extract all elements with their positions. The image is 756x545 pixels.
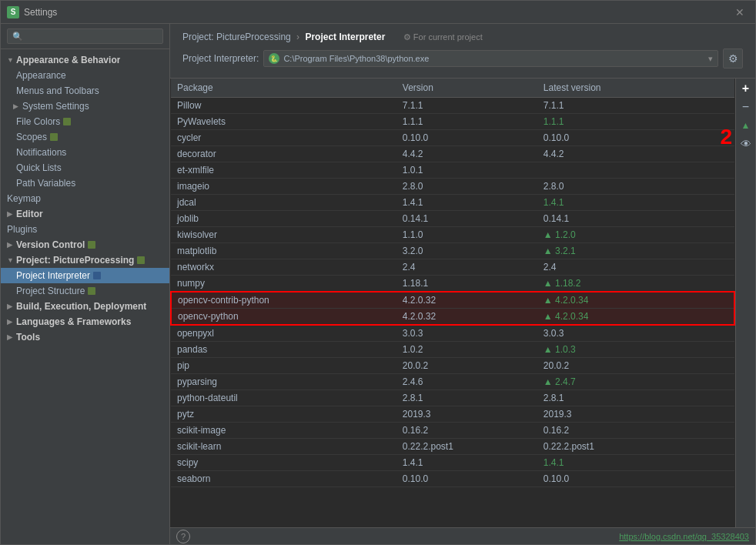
table-row[interactable]: opencv-python4.2.0.32▲ 4.2.0.34 (171, 309, 734, 326)
sidebar-item-project-interpreter[interactable]: Project Interpreter (1, 268, 169, 283)
add-package-button[interactable]: + (738, 80, 754, 97)
sidebar-item-build-exec-deploy[interactable]: ▶ Build, Execution, Deployment (1, 299, 169, 314)
table-row[interactable]: pyparsing2.4.6▲ 2.4.7 (171, 374, 734, 390)
cell-package: openpyxl (171, 325, 396, 342)
cell-package: imageio (171, 179, 396, 195)
cell-package: joblib (171, 211, 396, 227)
table-row[interactable]: numpy1.18.1▲ 1.18.2 (171, 276, 734, 293)
table-row[interactable]: matplotlib3.2.0▲ 3.2.1 (171, 243, 734, 259)
close-button[interactable]: ✕ (731, 5, 749, 20)
table-row[interactable]: imageio2.8.02.8.0 (171, 179, 734, 195)
cell-version: 1.18.1 (396, 276, 537, 293)
cell-version: 4.2.0.32 (396, 309, 537, 326)
sidebar-item-quick-lists[interactable]: Quick Lists (1, 160, 169, 176)
cell-latest: 4.4.2 (537, 146, 734, 162)
sidebar: ▼ Appearance & Behavior Appearance Menus… (1, 24, 170, 544)
table-row[interactable]: cycler0.10.00.10.0 (171, 130, 734, 146)
sidebar-item-editor[interactable]: ▶ Editor (1, 206, 169, 222)
sidebar-item-label: Menus and Toolbars (16, 85, 99, 96)
table-row[interactable]: jdcal1.4.11.4.1 (171, 195, 734, 211)
cell-latest: 2.8.0 (537, 179, 734, 195)
cell-version: 3.2.0 (396, 243, 537, 259)
tree-arrow: ▶ (7, 241, 16, 249)
table-row[interactable]: scikit-learn0.22.2.post10.22.2.post1 (171, 439, 734, 455)
for-project-label: ⚙ For current project (403, 32, 483, 42)
settings-window: S Settings ✕ ▼ Appearance & Behavior App… (0, 0, 756, 545)
table-row[interactable]: opencv-contrib-python4.2.0.32▲ 4.2.0.34 (171, 292, 734, 309)
table-row[interactable]: et-xmlfile1.0.1 (171, 162, 734, 179)
sidebar-item-tools[interactable]: ▶ Tools (1, 329, 169, 345)
upgrade-package-button[interactable]: ▲ (738, 117, 754, 134)
cell-latest: ▲ 1.0.3 (537, 342, 734, 358)
sidebar-item-file-colors[interactable]: File Colors (1, 114, 169, 129)
table-row[interactable]: networkx2.42.4 (171, 259, 734, 276)
sidebar-item-appearance-behavior[interactable]: ▼ Appearance & Behavior (1, 52, 169, 68)
sidebar-item-project-picprocessing[interactable]: ▼ Project: PictureProcessing 1 (1, 252, 169, 268)
search-input[interactable] (7, 28, 163, 44)
sidebar-item-appearance[interactable]: Appearance (1, 68, 169, 83)
tree-arrow: ▶ (7, 303, 16, 310)
cell-latest: ▲ 4.2.0.34 (537, 309, 734, 326)
sidebar-item-label: Keymap (7, 193, 41, 204)
cell-version: 1.4.1 (396, 455, 537, 471)
cell-version: 1.1.0 (396, 227, 537, 243)
cell-version: 2019.3 (396, 406, 537, 423)
tree-arrow: ▼ (7, 256, 16, 264)
tree-arrow: ▶ (7, 333, 16, 341)
cell-latest: ▲ 2.4.7 (537, 374, 734, 390)
sidebar-item-label: Project Structure (16, 286, 85, 296)
table-row[interactable]: kiwisolver1.1.0▲ 1.2.0 (171, 227, 734, 243)
cell-package: pandas (171, 342, 396, 358)
sidebar-item-keymap[interactable]: Keymap (1, 191, 169, 206)
table-row[interactable]: pandas1.0.2▲ 1.0.3 (171, 342, 734, 358)
interpreter-label: Project Interpreter: (182, 53, 259, 64)
cell-package: PyWavelets (171, 114, 396, 130)
table-container: Package Version Latest version Pillow7.1… (170, 79, 735, 527)
cell-package: scikit-learn (171, 439, 396, 455)
cell-latest: 0.10.0 (537, 471, 734, 487)
cell-package: scikit-image (171, 423, 396, 439)
table-row[interactable]: pytz2019.32019.3 (171, 406, 734, 423)
app-icon: S (7, 6, 19, 18)
sidebar-item-label: Languages & Frameworks (16, 316, 131, 327)
table-row[interactable]: scikit-image0.16.20.16.2 (171, 423, 734, 439)
cell-package: kiwisolver (171, 227, 396, 243)
help-button[interactable]: ? (176, 530, 190, 543)
sidebar-item-label: Tools (16, 332, 40, 343)
sidebar-item-menus-toolbars[interactable]: Menus and Toolbars (1, 83, 169, 99)
table-row[interactable]: openpyxl3.0.33.0.3 (171, 325, 734, 342)
cell-version: 0.22.2.post1 (396, 439, 537, 455)
right-toolbar: + − ▲ 👁 2 (735, 79, 755, 527)
table-row[interactable]: pip20.0.220.0.2 (171, 358, 734, 374)
sidebar-item-system-settings[interactable]: ▶ System Settings (1, 99, 169, 114)
cell-version: 0.16.2 (396, 423, 537, 439)
table-row[interactable]: joblib0.14.10.14.1 (171, 211, 734, 227)
interpreter-selector[interactable]: 🐍 C:\Program Files\Python38\python.exe ▾ (263, 50, 718, 67)
sidebar-item-label: Project: PictureProcessing (16, 255, 134, 266)
eye-button[interactable]: 👁 (738, 135, 754, 152)
table-row[interactable]: decorator4.4.24.4.2 (171, 146, 734, 162)
sidebar-item-path-variables[interactable]: Path Variables (1, 176, 169, 191)
cell-latest: 2019.3 (537, 406, 734, 423)
cell-latest: 1.1.1 (537, 114, 734, 130)
sidebar-item-scopes[interactable]: Scopes (1, 129, 169, 145)
cell-latest: ▲ 1.2.0 (537, 227, 734, 243)
sidebar-item-project-structure[interactable]: Project Structure (1, 283, 169, 299)
gear-button[interactable]: ⚙ (723, 48, 743, 69)
sidebar-item-version-control[interactable]: ▶ Version Control (1, 237, 169, 252)
sidebar-item-languages-frameworks[interactable]: ▶ Languages & Frameworks (1, 314, 169, 329)
title-bar: S Settings ✕ (1, 1, 755, 24)
cell-latest: ▲ 3.2.1 (537, 243, 734, 259)
table-row[interactable]: python-dateutil2.8.12.8.1 (171, 390, 734, 406)
sidebar-item-notifications[interactable]: Notifications (1, 145, 169, 160)
cell-version: 4.2.0.32 (396, 292, 537, 309)
table-row[interactable]: PyWavelets1.1.11.1.1 (171, 114, 734, 130)
table-row[interactable]: scipy1.4.11.4.1 (171, 455, 734, 471)
breadcrumb-project: Project: PictureProcessing (182, 32, 291, 42)
sidebar-item-plugins[interactable]: Plugins (1, 222, 169, 237)
remove-package-button[interactable]: − (738, 99, 754, 115)
tree-arrow: ▶ (7, 210, 16, 218)
interpreter-row: Project Interpreter: 🐍 C:\Program Files\… (182, 48, 743, 73)
table-row[interactable]: seaborn0.10.00.10.0 (171, 471, 734, 487)
table-row[interactable]: Pillow7.1.17.1.1 (171, 98, 734, 114)
